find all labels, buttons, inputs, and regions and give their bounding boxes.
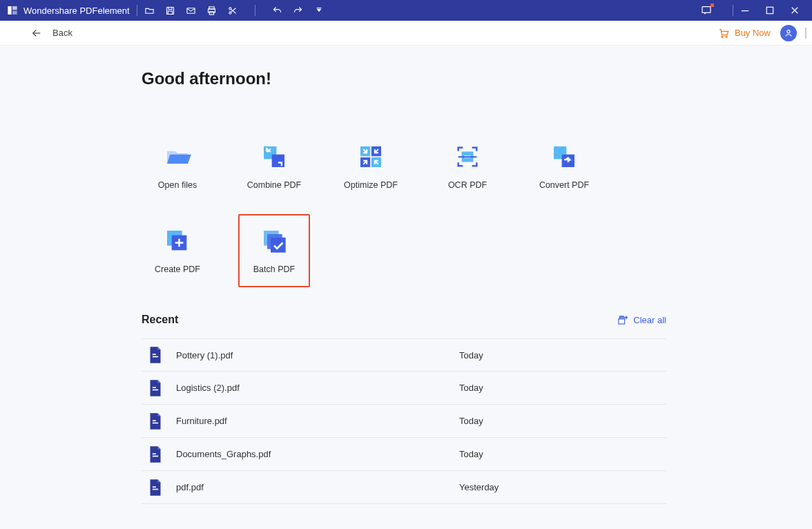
svg-rect-14	[742, 10, 748, 11]
buy-now-button[interactable]: Buy Now	[718, 28, 771, 39]
recent-item[interactable]: Documents_Graphs.pdfToday	[142, 438, 666, 471]
user-icon	[784, 28, 793, 38]
combine-icon	[260, 143, 288, 171]
user-avatar[interactable]	[780, 25, 797, 41]
file-date: Today	[459, 350, 483, 360]
action-convert-pdf[interactable]: Convert PDF	[528, 130, 600, 203]
pdf-file-icon	[148, 446, 162, 463]
svg-rect-20	[272, 155, 284, 167]
minimize-button[interactable]	[740, 6, 750, 15]
svg-rect-38	[153, 389, 158, 390]
action-label: Open files	[158, 180, 197, 190]
titlebar: Wondershare PDFelement	[0, 0, 812, 21]
action-label: Convert PDF	[539, 180, 589, 190]
redo-icon[interactable]	[293, 5, 304, 16]
svg-rect-2	[12, 11, 17, 15]
cart-icon	[718, 28, 729, 39]
buy-now-label: Buy Now	[735, 28, 771, 38]
app-title: Wondershare PDFelement	[23, 6, 130, 16]
svg-rect-15	[766, 7, 773, 13]
maximize-button[interactable]	[765, 6, 775, 15]
file-date: Today	[459, 449, 483, 459]
recent-title: Recent	[142, 314, 178, 326]
folder-open-icon[interactable]	[144, 5, 155, 16]
action-label: Optimize PDF	[344, 180, 398, 190]
scissors-icon[interactable]	[227, 5, 238, 16]
svg-point-11	[229, 7, 231, 9]
file-date: Today	[459, 383, 483, 393]
file-name: Logistics (2).pdf	[176, 383, 459, 393]
subheader: Back Buy Now	[0, 21, 812, 46]
action-label: Combine PDF	[247, 180, 302, 190]
back-button[interactable]: Back	[30, 27, 72, 39]
svg-rect-9	[210, 11, 214, 14]
svg-rect-35	[619, 318, 625, 324]
window-controls	[740, 6, 800, 15]
file-name: Furniture.pdf	[176, 416, 459, 426]
clear-all-button[interactable]: Clear all	[617, 315, 666, 325]
svg-point-18	[787, 30, 790, 32]
svg-rect-34	[271, 238, 286, 253]
actions-grid: Open files Combine PDF	[142, 130, 666, 287]
back-label: Back	[52, 28, 72, 38]
separator	[733, 5, 733, 16]
svg-point-16	[722, 36, 723, 37]
recent-item[interactable]: Furniture.pdfToday	[142, 405, 666, 438]
svg-rect-40	[153, 422, 158, 423]
action-optimize-pdf[interactable]: Optimize PDF	[335, 130, 407, 203]
mail-icon[interactable]	[186, 5, 197, 16]
file-date: Today	[459, 416, 483, 426]
file-name: Documents_Graphs.pdf	[176, 449, 459, 459]
feedback-icon[interactable]	[701, 5, 712, 16]
action-create-pdf[interactable]: Create PDF	[142, 214, 213, 287]
svg-rect-36	[153, 356, 158, 358]
undo-icon[interactable]	[272, 5, 283, 16]
pdf-file-icon	[148, 413, 162, 430]
recent-item[interactable]: pdf.pdfYesterday	[142, 471, 666, 504]
svg-rect-43	[153, 453, 156, 454]
menu-handle[interactable]	[805, 28, 806, 39]
main: Good afternoon! Open files Combine PDF	[0, 46, 812, 529]
action-batch-pdf[interactable]: Batch PDF	[238, 214, 310, 287]
svg-rect-5	[168, 11, 173, 14]
save-icon[interactable]	[165, 5, 176, 16]
recent-item[interactable]: Logistics (2).pdfToday	[142, 372, 666, 405]
batch-icon	[260, 227, 288, 255]
svg-rect-39	[153, 387, 156, 388]
action-label: Batch PDF	[253, 264, 295, 274]
optimize-icon	[357, 143, 385, 171]
print-icon[interactable]	[206, 5, 218, 16]
separator	[255, 5, 255, 16]
recent-item[interactable]: Pottery (1).pdfToday	[142, 338, 666, 372]
back-arrow-icon	[30, 27, 43, 39]
svg-rect-1	[12, 6, 17, 10]
svg-rect-27	[458, 156, 477, 157]
create-icon	[164, 227, 191, 255]
action-label: Create PDF	[155, 264, 200, 274]
action-open-files[interactable]: Open files	[142, 130, 213, 203]
svg-point-10	[229, 12, 231, 14]
app-logo-icon	[7, 5, 18, 16]
pdf-file-icon	[148, 347, 162, 363]
separator	[137, 5, 137, 16]
ocr-icon	[454, 143, 481, 171]
close-button[interactable]	[790, 6, 800, 15]
clear-icon	[617, 315, 628, 325]
svg-rect-4	[168, 7, 172, 9]
action-combine-pdf[interactable]: Combine PDF	[238, 130, 310, 203]
svg-rect-13	[702, 7, 710, 13]
file-name: Pottery (1).pdf	[176, 350, 459, 360]
pdf-file-icon	[148, 479, 162, 496]
page-title: Good afternoon!	[142, 69, 666, 88]
convert-icon	[550, 143, 578, 171]
action-ocr-pdf[interactable]: OCR PDF	[432, 130, 503, 203]
svg-rect-42	[153, 455, 158, 456]
dropdown-icon[interactable]	[313, 5, 325, 16]
svg-rect-37	[153, 354, 156, 355]
quick-access-toolbar	[144, 5, 325, 16]
svg-rect-41	[153, 420, 156, 421]
svg-rect-45	[153, 486, 156, 488]
svg-rect-0	[8, 6, 11, 15]
file-date: Yesterday	[459, 482, 499, 492]
recent-list: Pottery (1).pdfTodayLogistics (2).pdfTod…	[142, 338, 666, 504]
